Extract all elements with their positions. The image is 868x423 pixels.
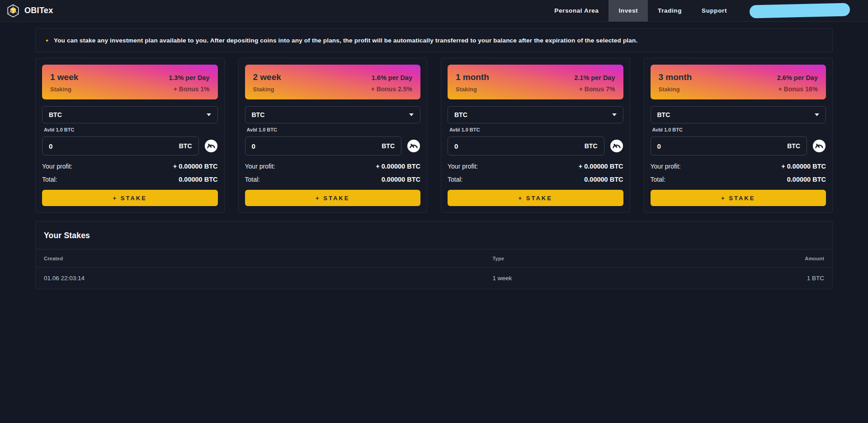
- total-label: Total:: [245, 176, 260, 183]
- total-label: Total:: [448, 176, 462, 183]
- nav-item[interactable]: Invest: [609, 0, 648, 22]
- stakes-table-row: 01.06 22:03:14 1 week 1 BTC: [36, 267, 832, 289]
- total-row: Total: 0.00000 BTC: [42, 176, 218, 183]
- profit-value: + 0.00000 BTC: [173, 163, 218, 170]
- amount-value: 0: [454, 142, 458, 150]
- available-balance: Avbl 1.0 BTC: [247, 127, 421, 132]
- total-label: Total:: [651, 176, 665, 183]
- amount-row: 0 BTC: [245, 136, 421, 155]
- stake-type: 1 week: [492, 275, 807, 282]
- plan-subtitle: Staking: [253, 86, 274, 93]
- plan-header: 2 week 1.6% per Day Staking + Bonus 2.5%: [245, 65, 421, 99]
- profit-row: Your profit: + 0.00000 BTC: [245, 163, 421, 170]
- amount-row: 0 BTC: [448, 136, 623, 155]
- column-header-type: Type: [492, 256, 805, 261]
- chevron-down-icon: [612, 113, 617, 116]
- coin-select[interactable]: BTC: [448, 106, 623, 123]
- stake-button[interactable]: + STAKE: [651, 190, 826, 206]
- max-gauge-icon[interactable]: [407, 139, 420, 153]
- column-header-amount: Amount: [805, 256, 824, 261]
- plan-bonus: + Bonus 16%: [778, 85, 818, 93]
- stake-button[interactable]: + STAKE: [42, 190, 218, 206]
- profit-value: + 0.00000 BTC: [376, 163, 420, 170]
- coin-select-value: BTC: [657, 111, 670, 118]
- total-label: Total:: [42, 176, 57, 183]
- redaction-scribble: [750, 3, 850, 18]
- amount-unit: BTC: [787, 142, 800, 150]
- plan-rate: 1.6% per Day: [372, 74, 412, 81]
- profit-row: Your profit: + 0.00000 BTC: [651, 163, 826, 170]
- coin-select-value: BTC: [252, 111, 265, 118]
- profit-label: Your profit:: [42, 163, 72, 170]
- amount-input[interactable]: 0 BTC: [651, 136, 807, 155]
- coin-select-value: BTC: [49, 111, 62, 118]
- chevron-down-icon: [207, 113, 211, 116]
- available-balance: Avbl 1.0 BTC: [652, 127, 826, 132]
- amount-unit: BTC: [382, 142, 395, 150]
- coin-select-value: BTC: [454, 111, 467, 118]
- plan-bonus: + Bonus 1%: [174, 85, 210, 93]
- total-value: 0.00000 BTC: [787, 176, 826, 183]
- plan-card: 3 month 2.6% per Day Staking + Bonus 16%…: [644, 58, 833, 213]
- plan-rate: 2.6% per Day: [777, 74, 818, 81]
- amount-unit: BTC: [179, 142, 192, 150]
- profit-value: + 0.00000 BTC: [579, 163, 623, 170]
- total-row: Total: 0.00000 BTC: [245, 176, 421, 183]
- chevron-down-icon: [409, 113, 414, 116]
- amount-input[interactable]: 0 BTC: [245, 136, 402, 155]
- obitex-logo-icon: [6, 4, 20, 18]
- your-stakes-title: Your Stakes: [36, 221, 832, 249]
- coin-select[interactable]: BTC: [651, 106, 826, 123]
- brand[interactable]: OBITex: [6, 4, 53, 18]
- column-header-created: Created: [44, 256, 492, 261]
- plan-rate: 2.1% per Day: [574, 74, 615, 81]
- available-balance: Avbl 1.0 BTC: [44, 127, 218, 132]
- amount-input[interactable]: 0 BTC: [448, 136, 604, 155]
- max-gauge-icon[interactable]: [610, 139, 623, 153]
- amount-input[interactable]: 0 BTC: [42, 136, 199, 155]
- amount-row: 0 BTC: [651, 136, 826, 155]
- stake-amount: 1 BTC: [807, 275, 824, 282]
- total-value: 0.00000 BTC: [179, 176, 217, 183]
- profit-label: Your profit:: [245, 163, 275, 170]
- nav-item[interactable]: Personal Area: [544, 0, 609, 22]
- total-value: 0.00000 BTC: [584, 176, 623, 183]
- plan-header: 1 week 1.3% per Day Staking + Bonus 1%: [42, 65, 218, 99]
- main-content: • You can stake any investment plan avai…: [0, 28, 868, 289]
- max-gauge-icon[interactable]: [204, 139, 218, 153]
- stake-button[interactable]: + STAKE: [245, 190, 421, 206]
- total-row: Total: 0.00000 BTC: [651, 176, 826, 183]
- plan-card: 1 month 2.1% per Day Staking + Bonus 7% …: [441, 58, 630, 213]
- stake-button[interactable]: + STAKE: [448, 190, 623, 206]
- amount-value: 0: [657, 142, 661, 150]
- plan-name: 3 month: [659, 72, 692, 82]
- amount-value: 0: [49, 142, 52, 150]
- amount-value: 0: [252, 142, 255, 150]
- stakes-table-header: Created Type Amount: [36, 249, 832, 267]
- coin-select[interactable]: BTC: [245, 106, 421, 123]
- chevron-down-icon: [815, 113, 819, 116]
- plan-name: 1 month: [456, 72, 489, 82]
- amount-row: 0 BTC: [42, 136, 218, 155]
- plan-bonus: + Bonus 7%: [579, 85, 615, 93]
- profit-row: Your profit: + 0.00000 BTC: [448, 163, 623, 170]
- profit-value: + 0.00000 BTC: [781, 163, 826, 170]
- profit-label: Your profit:: [448, 163, 478, 170]
- total-row: Total: 0.00000 BTC: [448, 176, 623, 183]
- stake-created: 01.06 22:03:14: [44, 275, 492, 282]
- coin-select[interactable]: BTC: [42, 106, 218, 123]
- top-nav: OBITex Personal Area Invest Trading Supp…: [0, 0, 868, 22]
- nav-item[interactable]: Trading: [648, 0, 692, 22]
- max-gauge-icon[interactable]: [812, 139, 826, 153]
- available-balance: Avbl 1.0 BTC: [449, 127, 623, 132]
- plan-subtitle: Staking: [456, 86, 477, 93]
- nav-item[interactable]: Support: [692, 0, 737, 22]
- amount-unit: BTC: [585, 142, 598, 150]
- plan-subtitle: Staking: [50, 86, 71, 93]
- info-banner-text: You can stake any investment plan availa…: [54, 37, 637, 44]
- plans-grid: 1 week 1.3% per Day Staking + Bonus 1% B…: [35, 58, 833, 213]
- profit-row: Your profit: + 0.00000 BTC: [42, 163, 218, 170]
- info-banner: • You can stake any investment plan avai…: [35, 28, 833, 52]
- bullet-icon: •: [46, 37, 48, 44]
- brand-name: OBITex: [24, 6, 53, 15]
